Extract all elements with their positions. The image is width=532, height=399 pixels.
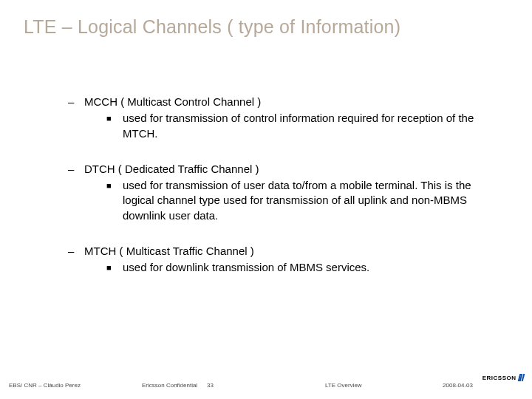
logo-text: ERICSSON [482, 375, 516, 381]
square-bullet: ■ [106, 111, 123, 141]
footer: EBS/ CNR – Cláudio Perez Ericsson Confid… [0, 375, 532, 389]
item-heading: MTCH ( Multicast Traffic Channel ) [84, 244, 254, 259]
list-item: – MCCH ( Multicast Control Channel ) ■ u… [68, 95, 482, 141]
footer-date: 2008-04-03 [443, 382, 473, 389]
item-desc: used for transmission of user data to/fr… [123, 178, 482, 223]
item-heading: DTCH ( Dedicated Traffic Channel ) [84, 162, 259, 177]
square-bullet: ■ [106, 260, 123, 275]
footer-page: 33 [207, 382, 214, 389]
item-desc: used for downlink transmission of MBMS s… [123, 260, 369, 275]
footer-author: EBS/ CNR – Cláudio Perez [9, 382, 81, 389]
footer-topic: LTE Overview [325, 382, 362, 389]
dash-bullet: – [68, 162, 84, 177]
logo-bars-icon [519, 374, 524, 381]
item-heading: MCCH ( Multicast Control Channel ) [84, 95, 261, 109]
dash-bullet: – [68, 95, 84, 109]
list-item: – DTCH ( Dedicated Traffic Channel ) ■ u… [68, 162, 482, 223]
list-item: – MTCH ( Multicast Traffic Channel ) ■ u… [68, 244, 482, 276]
footer-confidential: Ericsson Confidential [142, 382, 197, 389]
item-desc: used for transmission of control informa… [123, 111, 482, 141]
square-bullet: ■ [106, 178, 123, 223]
dash-bullet: – [68, 244, 84, 259]
slide-body: – MCCH ( Multicast Control Channel ) ■ u… [68, 95, 482, 296]
ericsson-logo: ERICSSON [482, 374, 523, 381]
slide-title: LTE – Logical Channels ( type of Informa… [24, 16, 400, 38]
